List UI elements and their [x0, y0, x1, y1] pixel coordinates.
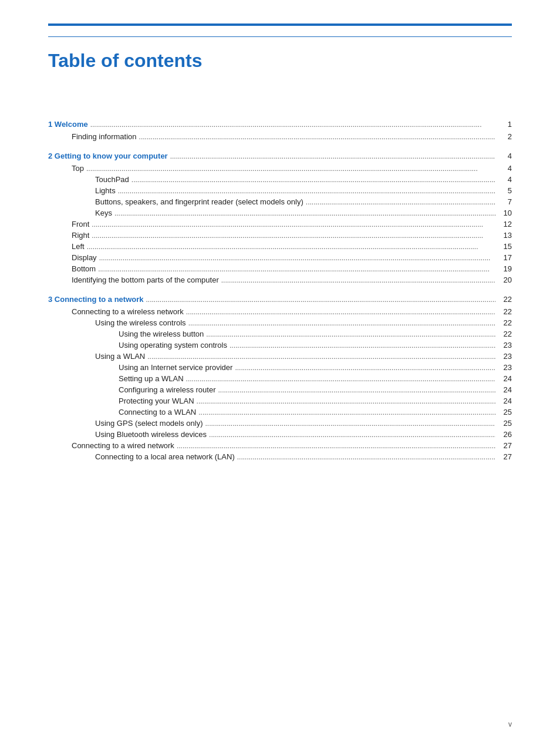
toc-page: 4 [498, 152, 512, 160]
toc-label: Identifying the bottom parts of the comp… [72, 275, 219, 284]
toc-page: 23 [498, 352, 512, 361]
chapter-label: Welcome [55, 120, 88, 129]
toc-row[interactable]: Protecting your WLAN....................… [48, 395, 512, 406]
toc-label: Buttons, speakers, and fingerprint reade… [95, 197, 303, 206]
thin-border [48, 36, 512, 37]
toc-label: Connecting to a wired network [72, 441, 174, 450]
toc-row[interactable]: Connecting to a local area network (LAN)… [48, 451, 512, 462]
toc-row[interactable]: Using the wireless controls.............… [48, 317, 512, 328]
toc-content: 1 Welcome...............................… [48, 119, 512, 462]
toc-label: Connecting to a local area network (LAN) [95, 452, 235, 461]
toc-label: Using Bluetooth wireless devices [95, 430, 207, 439]
toc-label: TouchPad [95, 175, 129, 184]
toc-row[interactable]: 2 Getting to know your computer.........… [48, 150, 512, 162]
page-title: Table of contents [48, 50, 512, 72]
toc-row[interactable]: 1 Welcome...............................… [48, 119, 512, 130]
toc-label: Setting up a WLAN [119, 374, 184, 383]
chapter-label: Connecting to a network [55, 295, 144, 304]
toc-row[interactable]: Left....................................… [48, 241, 512, 252]
toc-row[interactable]: Using GPS (select models only)..........… [48, 418, 512, 429]
toc-row[interactable]: Right...................................… [48, 230, 512, 241]
toc-row[interactable]: Keys....................................… [48, 207, 512, 219]
toc-page: 15 [498, 242, 512, 251]
toc-label: Using a WLAN [95, 352, 145, 361]
chapter-gap [48, 142, 512, 150]
toc-label: Right [72, 231, 89, 240]
toc-label: Lights [95, 186, 116, 195]
toc-page: 1 [498, 120, 512, 129]
toc-page: 27 [498, 441, 512, 450]
chapter-number: 2 [48, 152, 55, 160]
toc-row[interactable]: Finding information.....................… [48, 131, 512, 142]
toc-label: Left [72, 242, 85, 251]
toc-page: 2 [498, 132, 512, 141]
toc-row[interactable]: Using a WLAN............................… [48, 351, 512, 362]
toc-page: 19 [498, 264, 512, 273]
chapter-number: 1 [48, 120, 55, 129]
toc-page: 22 [498, 330, 512, 338]
toc-row[interactable]: 3 Connecting to a network...............… [48, 294, 512, 305]
toc-page: 7 [498, 197, 512, 206]
toc-page: 24 [498, 385, 512, 394]
toc-label: Using an Internet service provider [119, 363, 232, 372]
toc-page: 12 [498, 220, 512, 228]
toc-page: 24 [498, 396, 512, 405]
toc-row[interactable]: Using operating system controls.........… [48, 340, 512, 351]
toc-page: 4 [498, 164, 512, 173]
toc-label: Using the wireless button [119, 330, 204, 338]
toc-label: Using operating system controls [119, 341, 227, 350]
toc-label: Using the wireless controls [95, 318, 186, 327]
toc-label: Front [72, 220, 89, 228]
toc-row[interactable]: Using the wireless button...............… [48, 328, 512, 340]
toc-label: Finding information [72, 132, 137, 141]
toc-label: Protecting your WLAN [119, 396, 194, 405]
toc-page: 27 [498, 452, 512, 461]
toc-label: Bottom [72, 264, 96, 273]
toc-label: 3 Connecting to a network [48, 295, 144, 304]
toc-page: 17 [498, 253, 512, 262]
toc-row[interactable]: Using an Internet service provider......… [48, 362, 512, 373]
toc-page: 25 [498, 408, 512, 416]
toc-row[interactable]: Configuring a wireless router...........… [48, 384, 512, 395]
toc-page: 4 [498, 175, 512, 184]
toc-row[interactable]: Connecting to a wireless network........… [48, 306, 512, 317]
footer-page: v [508, 720, 512, 728]
toc-page: 22 [498, 307, 512, 316]
toc-label: Keys [95, 209, 112, 217]
toc-page: 24 [498, 374, 512, 383]
toc-row[interactable]: Bottom..................................… [48, 263, 512, 274]
chapter-gap [48, 285, 512, 294]
toc-page: 20 [498, 275, 512, 284]
toc-row[interactable]: Buttons, speakers, and fingerprint reade… [48, 196, 512, 207]
toc-row[interactable]: Display.................................… [48, 252, 512, 263]
toc-page: 26 [498, 430, 512, 439]
chapter-number: 3 [48, 295, 55, 304]
toc-row[interactable]: Setting up a WLAN.......................… [48, 373, 512, 384]
toc-label: Using GPS (select models only) [95, 419, 203, 428]
toc-page: 23 [498, 363, 512, 372]
toc-page: 5 [498, 186, 512, 195]
toc-label: Configuring a wireless router [119, 385, 215, 394]
toc-page: 22 [498, 295, 512, 304]
toc-label: Display [72, 253, 97, 262]
toc-row[interactable]: TouchPad................................… [48, 174, 512, 185]
toc-row[interactable]: Identifying the bottom parts of the comp… [48, 274, 512, 285]
toc-page: 23 [498, 341, 512, 350]
chapter-label: Getting to know your computer [55, 152, 168, 160]
toc-page: 22 [498, 318, 512, 327]
toc-label: 1 Welcome [48, 120, 88, 129]
toc-page: 25 [498, 419, 512, 428]
toc-row[interactable]: Lights..................................… [48, 185, 512, 196]
toc-page: 13 [498, 231, 512, 240]
toc-label: Connecting to a wireless network [72, 307, 184, 316]
toc-row[interactable]: Top.....................................… [48, 163, 512, 174]
toc-page: 10 [498, 209, 512, 217]
toc-label: 2 Getting to know your computer [48, 152, 168, 160]
toc-row[interactable]: Connecting to a wired network...........… [48, 440, 512, 451]
toc-row[interactable]: Front...................................… [48, 219, 512, 230]
toc-label: Connecting to a WLAN [119, 408, 196, 416]
toc-row[interactable]: Using Bluetooth wireless devices........… [48, 429, 512, 440]
top-border [48, 23, 512, 26]
toc-row[interactable]: Connecting to a WLAN....................… [48, 406, 512, 418]
toc-label: Top [72, 164, 84, 173]
